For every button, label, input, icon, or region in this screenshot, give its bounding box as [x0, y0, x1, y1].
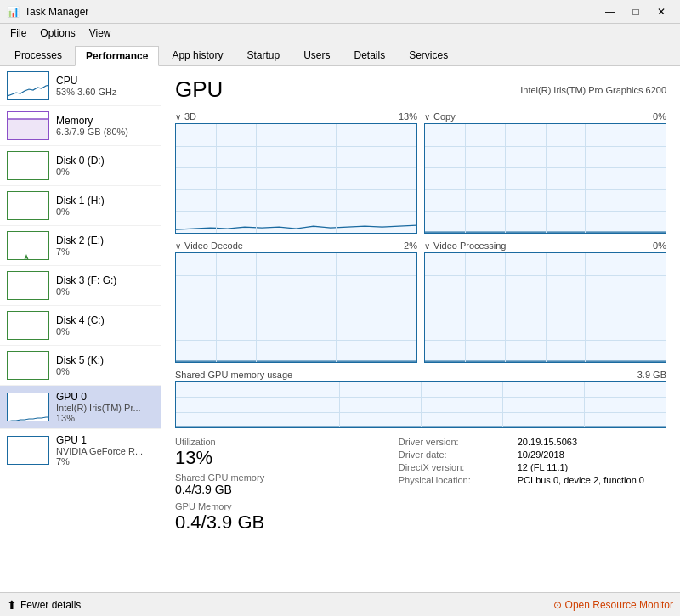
tab-processes[interactable]: Processes	[3, 45, 73, 65]
chevron-down-icon-vp: ∨	[424, 241, 430, 251]
grid-line	[584, 382, 585, 427]
disk3-mini-graph	[7, 271, 49, 300]
disk4-detail: 0%	[56, 326, 154, 336]
disk4-info: Disk 4 (C:) 0%	[56, 314, 154, 336]
open-resource-monitor-button[interactable]: ⊙ Open Resource Monitor	[553, 599, 673, 611]
fewer-details-button[interactable]: ⬆ Fewer details	[7, 598, 81, 612]
title-bar: 📊 Task Manager — □ ✕	[0, 0, 680, 24]
stats-left: Utilization 13% Shared GPU memory 0.4/3.…	[175, 437, 399, 537]
chart-videoprocessing: ∨ Video Processing 0%	[424, 240, 666, 363]
shared-memory-label: Shared GPU memory	[175, 472, 399, 483]
gpu-header: GPU Intel(R) Iris(TM) Pro Graphics 6200	[175, 76, 666, 103]
physical-value: PCI bus 0, device 2, function 0	[518, 475, 644, 485]
sidebar-item-memory[interactable]: Memory 6.3/7.9 GB (80%)	[0, 106, 161, 146]
disk0-detail: 0%	[56, 167, 154, 177]
disk2-info: Disk 2 (E:) 7%	[56, 235, 154, 257]
gpu0-info: GPU 0 Intel(R) Iris(TM) Pr... 13%	[56, 391, 154, 423]
grid-line	[585, 253, 586, 362]
disk4-label: Disk 4 (C:)	[56, 314, 154, 326]
disk1-detail: 0%	[56, 206, 154, 217]
gpu1-label: GPU 1	[56, 434, 154, 446]
close-button[interactable]: ✕	[649, 3, 673, 20]
gpu-memory-value: 0.4/3.9 GB	[175, 511, 399, 534]
utilization-stat: Utilization 13%	[175, 437, 399, 469]
tab-services[interactable]: Services	[398, 45, 459, 65]
chart-3d-label: 3D	[184, 111, 196, 122]
disk0-label: Disk 0 (D:)	[56, 155, 154, 167]
chart-copy-box	[424, 123, 666, 234]
sidebar-item-disk2[interactable]: Disk 2 (E:) 7%	[0, 226, 161, 266]
disk1-label: Disk 1 (H:)	[56, 195, 154, 206]
disk4-mini-graph	[7, 311, 49, 340]
stats-right: Driver version: 20.19.15.5063 Driver dat…	[399, 437, 666, 537]
sidebar-item-gpu0[interactable]: GPU 0 Intel(R) Iris(TM) Pr... 13%	[0, 386, 161, 429]
tab-details[interactable]: Details	[343, 45, 396, 65]
sidebar-item-gpu1[interactable]: GPU 1 NVIDIA GeForce R... 7%	[0, 429, 161, 472]
grid-line	[256, 253, 257, 362]
monitor-icon: ⊙	[553, 599, 562, 611]
utilization-label: Utilization	[175, 437, 399, 447]
sidebar-item-disk5[interactable]: Disk 5 (K:) 0%	[0, 346, 161, 386]
chart-videodecode-box	[175, 252, 417, 363]
sidebar-item-disk1[interactable]: Disk 1 (H:) 0%	[0, 186, 161, 226]
info-table: Driver version: 20.19.15.5063 Driver dat…	[399, 437, 666, 485]
disk3-info: Disk 3 (F: G:) 0%	[56, 274, 154, 297]
memory-info: Memory 6.3/7.9 GB (80%)	[56, 115, 154, 137]
tab-startup[interactable]: Startup	[235, 45, 291, 65]
sidebar-item-disk0[interactable]: Disk 0 (D:) 0%	[0, 146, 161, 186]
fewer-details-icon: ⬆	[7, 598, 17, 612]
grid-line	[585, 124, 586, 233]
shared-gpu-chart	[175, 381, 666, 428]
shared-gpu-label-bar: Shared GPU memory usage 3.9 GB	[175, 370, 666, 380]
chart-3d-pct: 13%	[399, 111, 417, 122]
maximize-button[interactable]: □	[624, 3, 648, 20]
window-controls: — □ ✕	[598, 3, 673, 20]
cpu-detail: 53% 3.60 GHz	[56, 87, 154, 97]
grid-line	[258, 382, 258, 427]
gpu0-label: GPU 0	[56, 391, 154, 403]
disk1-mini-graph	[7, 191, 49, 220]
grid-line	[505, 124, 506, 233]
cpu-label: CPU	[56, 75, 154, 87]
menu-bar: File Options View	[0, 24, 680, 42]
grid-line	[216, 124, 217, 233]
grid-line	[502, 382, 503, 427]
chart-vp-box	[424, 252, 666, 363]
grid-line	[465, 253, 466, 362]
sidebar-item-cpu[interactable]: CPU 53% 3.60 GHz	[0, 66, 161, 106]
disk3-detail: 0%	[56, 286, 154, 297]
chart-copy-label: Copy	[434, 111, 456, 122]
cpu-mini-graph	[7, 71, 49, 100]
menu-file[interactable]: File	[3, 25, 33, 41]
cpu-info: CPU 53% 3.60 GHz	[56, 75, 154, 97]
sidebar-item-disk3[interactable]: Disk 3 (F: G:) 0%	[0, 266, 161, 306]
svg-rect-0	[8, 119, 49, 140]
tab-users[interactable]: Users	[292, 45, 341, 65]
chart-3d: ∨ 3D 13%	[175, 111, 417, 234]
memory-mini-graph	[7, 111, 49, 140]
content-panel: GPU Intel(R) Iris(TM) Pro Graphics 6200 …	[162, 66, 680, 592]
disk3-label: Disk 3 (F: G:)	[56, 274, 154, 286]
sidebar-item-disk4[interactable]: Disk 4 (C:) 0%	[0, 306, 161, 346]
gpu0-mini-graph	[7, 393, 49, 421]
chart-copy-pct: 0%	[653, 111, 666, 122]
app-icon: 📊	[7, 6, 20, 18]
menu-options[interactable]: Options	[33, 25, 82, 41]
menu-view[interactable]: View	[82, 25, 118, 41]
grid-line	[377, 124, 377, 233]
grid-line	[339, 382, 340, 427]
disk5-detail: 0%	[56, 366, 154, 376]
gpu-memory-label: GPU Memory	[175, 501, 399, 511]
minimize-button[interactable]: —	[598, 3, 622, 20]
disk2-label: Disk 2 (E:)	[56, 235, 154, 246]
grid-line	[546, 253, 547, 362]
driver-date-value: 10/29/2018	[518, 449, 564, 460]
grid-line	[336, 253, 337, 362]
tab-bar: Processes Performance App history Startu…	[0, 42, 680, 66]
driver-date-label: Driver date:	[399, 449, 518, 460]
tab-app-history[interactable]: App history	[161, 45, 234, 65]
grid-line	[297, 253, 298, 362]
disk0-mini-graph	[7, 151, 49, 180]
tab-performance[interactable]: Performance	[75, 46, 159, 66]
disk1-info: Disk 1 (H:) 0%	[56, 195, 154, 217]
